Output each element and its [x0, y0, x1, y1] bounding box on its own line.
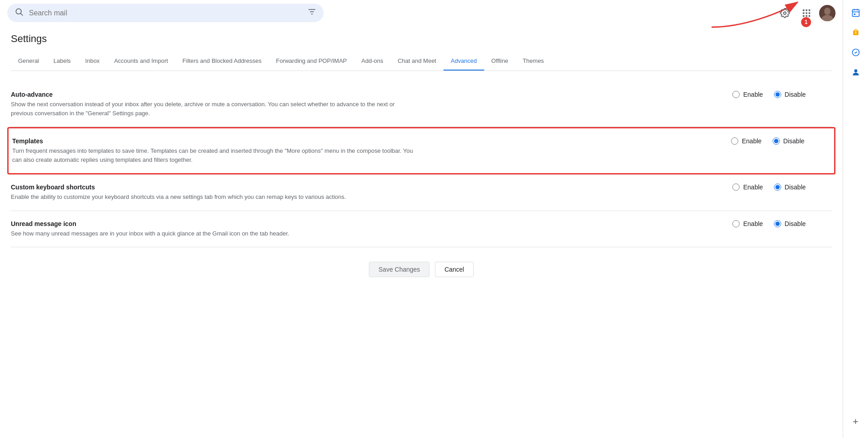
search-input[interactable] — [29, 9, 302, 17]
setting-row-unread-icon: Unread message icon See how many unread … — [11, 211, 832, 248]
disable-label-keyboard: Disable — [785, 184, 806, 191]
setting-info-keyboard: Custom keyboard shortcuts Enable the abi… — [11, 184, 463, 202]
setting-desc-auto-advance: Show the next conversation instead of yo… — [11, 100, 418, 118]
tab-forwarding-pop[interactable]: Forwarding and POP/IMAP — [269, 52, 354, 71]
tab-filters-blocked[interactable]: Filters and Blocked Addresses — [175, 52, 269, 71]
setting-name-unread-icon: Unread message icon — [11, 220, 463, 227]
svg-rect-11 — [806, 12, 807, 14]
enable-label-keyboard: Enable — [743, 184, 763, 191]
svg-rect-8 — [806, 9, 807, 11]
unread-icon-enable-label[interactable]: Enable — [732, 220, 763, 227]
setting-row-keyboard: Custom keyboard shortcuts Enable the abi… — [11, 174, 832, 211]
svg-point-26 — [854, 69, 857, 72]
tab-themes[interactable]: Themes — [515, 52, 551, 71]
gear-button[interactable] — [776, 4, 794, 22]
top-bar-right: 1 — [776, 4, 835, 22]
setting-controls-keyboard: Enable Disable — [714, 184, 832, 191]
setting-info-templates: Templates Turn frequent messages into te… — [12, 137, 464, 164]
tab-addons[interactable]: Add-ons — [354, 52, 390, 71]
svg-rect-24 — [854, 14, 855, 15]
keyboard-disable-radio[interactable] — [774, 184, 781, 191]
auto-advance-enable-radio[interactable] — [732, 91, 740, 98]
enable-label-unread-icon: Enable — [743, 220, 763, 227]
unread-icon-enable-radio[interactable] — [732, 220, 740, 227]
search-icon — [14, 7, 24, 19]
page-title: Settings — [11, 33, 832, 45]
settings-body: Auto-advance Show the next conversation … — [11, 71, 832, 292]
search-bar[interactable] — [7, 4, 324, 22]
enable-label-templates: Enable — [742, 137, 762, 145]
auto-advance-disable-radio[interactable] — [774, 91, 781, 98]
cancel-button[interactable]: Cancel — [435, 262, 474, 277]
disable-label-auto-advance: Disable — [785, 91, 806, 98]
svg-rect-12 — [809, 12, 811, 14]
tab-general[interactable]: General — [11, 52, 46, 71]
svg-line-1 — [21, 14, 23, 16]
save-changes-button[interactable]: Save Changes — [369, 262, 429, 277]
keyboard-enable-label[interactable]: Enable — [732, 184, 763, 191]
auto-advance-disable-label[interactable]: Disable — [774, 91, 806, 98]
settings-container: Settings General Labels Inbox Accounts a… — [0, 26, 843, 438]
setting-info-auto-advance: Auto-advance Show the next conversation … — [11, 91, 463, 118]
templates-enable-radio[interactable] — [731, 137, 738, 145]
svg-point-0 — [16, 9, 21, 14]
filter-icon[interactable] — [307, 7, 316, 19]
svg-point-6 — [783, 12, 786, 14]
setting-name-keyboard: Custom keyboard shortcuts — [11, 184, 463, 191]
setting-controls-templates: Enable Disable — [713, 137, 830, 145]
sidebar-icon-tasks[interactable] — [847, 43, 865, 61]
disable-label-templates: Disable — [783, 137, 805, 145]
tab-chat-meet[interactable]: Chat and Meet — [391, 52, 443, 71]
tab-inbox[interactable]: Inbox — [78, 52, 107, 71]
svg-rect-9 — [809, 9, 811, 11]
templates-disable-radio[interactable] — [773, 137, 780, 145]
setting-desc-templates: Turn frequent messages into templates to… — [12, 146, 419, 164]
setting-name-auto-advance: Auto-advance — [11, 91, 463, 98]
setting-info-unread-icon: Unread message icon See how many unread … — [11, 220, 463, 238]
svg-rect-10 — [803, 12, 805, 14]
setting-controls-unread-icon: Enable Disable — [714, 220, 832, 227]
svg-rect-20 — [852, 9, 859, 16]
avatar[interactable] — [819, 5, 835, 21]
setting-desc-unread-icon: See how many unread messages are in your… — [11, 229, 418, 238]
setting-row-templates: Templates Turn frequent messages into te… — [12, 128, 830, 173]
unread-icon-disable-radio[interactable] — [774, 220, 781, 227]
svg-rect-7 — [803, 9, 805, 11]
svg-rect-14 — [806, 15, 807, 17]
buttons-row: Save Changes Cancel — [11, 247, 832, 292]
tab-advanced[interactable]: Advanced — [443, 52, 484, 71]
grid-button[interactable] — [797, 4, 816, 22]
templates-highlight-box: Templates Turn frequent messages into te… — [7, 127, 835, 174]
keyboard-enable-radio[interactable] — [732, 184, 740, 191]
svg-rect-15 — [809, 15, 811, 17]
svg-rect-13 — [803, 15, 805, 17]
tab-labels[interactable]: Labels — [46, 52, 78, 71]
sidebar-icon-keep[interactable] — [847, 24, 865, 42]
setting-name-templates: Templates — [12, 137, 464, 145]
enable-label-auto-advance: Enable — [743, 91, 763, 98]
sidebar-add-button[interactable]: + — [847, 413, 865, 431]
templates-disable-label[interactable]: Disable — [773, 137, 805, 145]
templates-enable-label[interactable]: Enable — [731, 137, 762, 145]
tabs-bar: General Labels Inbox Accounts and Import… — [11, 52, 832, 71]
setting-row-auto-advance: Auto-advance Show the next conversation … — [11, 82, 832, 127]
sidebar-icon-calendar[interactable] — [847, 4, 865, 22]
tab-offline[interactable]: Offline — [484, 52, 515, 71]
setting-controls-auto-advance: Enable Disable — [714, 91, 832, 98]
sidebar-icon-contacts[interactable] — [847, 63, 865, 81]
tab-accounts-import[interactable]: Accounts and Import — [107, 52, 175, 71]
setting-desc-keyboard: Enable the ability to customize your key… — [11, 193, 418, 202]
unread-icon-disable-label[interactable]: Disable — [774, 220, 806, 227]
keyboard-disable-label[interactable]: Disable — [774, 184, 806, 191]
top-bar: 1 — [0, 0, 843, 26]
auto-advance-enable-label[interactable]: Enable — [732, 91, 763, 98]
svg-point-17 — [824, 8, 830, 15]
disable-label-unread-icon: Disable — [785, 220, 806, 227]
plus-icon[interactable]: + — [847, 413, 865, 431]
right-sidebar: + — [843, 0, 868, 438]
